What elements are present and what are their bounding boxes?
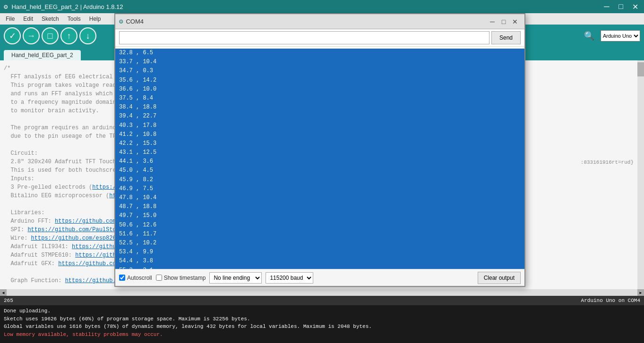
clear-output-button[interactable]: Clear output [478, 272, 521, 284]
serial-line: 45.0 , 4.5 [115, 166, 524, 175]
serial-input[interactable] [119, 31, 489, 44]
serial-line: 36.6 , 10.0 [115, 85, 524, 94]
serial-line: 43.1 , 12.5 [115, 148, 524, 157]
serial-line: 51.6 , 11.7 [115, 230, 524, 239]
serial-monitor-window: ⚙ COM4 ─ □ ✕ Send 32.8 , 6.5 33.7 , 10.4… [114, 13, 525, 287]
serial-line: 44.1 , 3.6 [115, 157, 524, 166]
serial-line: 39.4 , 22.7 [115, 112, 524, 121]
window-controls: ─ □ ✕ [601, 1, 640, 12]
save-button[interactable]: ↓ [79, 27, 96, 44]
serial-window-icon: ⚙ [119, 17, 123, 25]
open-button[interactable]: ↑ [60, 27, 77, 44]
serial-line: 41.2 , 10.8 [115, 130, 524, 139]
menu-tools[interactable]: Tools [64, 15, 85, 23]
serial-line: 54.4 , 3.8 [115, 257, 524, 266]
autoscroll-label[interactable]: Autoscroll [119, 275, 152, 281]
baud-rate-select[interactable]: 300 baud 1200 baud 2400 baud 4800 baud 9… [266, 272, 313, 284]
serial-line: 32.8 , 6.5 [115, 49, 524, 58]
serial-line: 48.7 , 18.8 [115, 202, 524, 211]
serial-line: 35.6 , 14.2 [115, 76, 524, 85]
board-dropdown[interactable]: Arduino Uno [601, 30, 640, 42]
upload-button[interactable]: → [23, 27, 40, 44]
horizontal-scrollbar[interactable]: ◀ ▶ [0, 289, 644, 296]
menu-file[interactable]: File [2, 15, 18, 23]
serial-send-bar: Send [115, 29, 524, 47]
search-icon[interactable]: 🔍 [582, 28, 597, 43]
serial-line: 34.7 , 0.3 [115, 67, 524, 75]
close-button[interactable]: ✕ [630, 1, 640, 12]
output-panel: Done uploading. Sketch uses 19626 bytes … [0, 305, 644, 343]
scroll-right-arrow[interactable]: ▶ [637, 289, 644, 296]
menu-sketch[interactable]: Sketch [38, 15, 63, 23]
serial-send-button[interactable]: Send [491, 31, 521, 44]
serial-line: 46.9 , 7.5 [115, 184, 524, 193]
serial-title-bar: ⚙ COM4 ─ □ ✕ [115, 14, 524, 29]
menu-edit[interactable]: Edit [19, 15, 37, 23]
serial-maximize-button[interactable]: □ [498, 16, 509, 27]
maximize-button[interactable]: □ [616, 1, 626, 12]
serial-status-bar: Autoscroll Show timestamp No line ending… [115, 269, 524, 286]
app-icon: ⚙ [4, 3, 8, 11]
serial-line: 38.4 , 18.8 [115, 103, 524, 112]
app-title: Hand_held_EEG_part_2 | Arduino 1.8.12 [11, 3, 123, 10]
output-line-2: Global variables use 1616 bytes (78%) of… [4, 323, 640, 331]
new-button[interactable]: □ [42, 27, 59, 44]
serial-line: 42.2 , 15.3 [115, 139, 524, 148]
serial-close-button[interactable]: ✕ [509, 16, 521, 27]
show-timestamp-checkbox[interactable] [156, 275, 162, 281]
line-col: 265 [4, 298, 13, 303]
output-line-3: Low memory available, stability problems… [4, 331, 640, 339]
minimize-button[interactable]: ─ [601, 1, 612, 12]
editor-scrollbar[interactable] [637, 60, 644, 289]
show-timestamp-label[interactable]: Show timestamp [156, 275, 206, 281]
serial-line: 53.4 , 9.9 [115, 248, 524, 257]
serial-line: 33.7 , 10.4 [115, 58, 524, 67]
autoscroll-text: Autoscroll [127, 275, 152, 281]
extra-text: :833161916rt=rud} [581, 159, 634, 165]
serial-line: 52.5 , 10.2 [115, 239, 524, 248]
serial-output[interactable]: 32.8 , 6.5 33.7 , 10.4 34.7 , 0.3 35.6 ,… [115, 47, 524, 269]
scroll-left-arrow[interactable]: ◀ [0, 289, 7, 296]
output-line-1: Sketch uses 19626 bytes (60%) of program… [4, 315, 640, 323]
serial-line: 45.9 , 8.2 [115, 176, 524, 184]
serial-title: COM4 [126, 18, 487, 25]
show-timestamp-text: Show timestamp [164, 275, 206, 281]
serial-line: 40.3 , 17.8 [115, 121, 524, 130]
autoscroll-checkbox[interactable] [119, 275, 125, 281]
done-uploading: Done uploading. [4, 307, 640, 315]
serial-line: 47.8 , 10.4 [115, 193, 524, 202]
tab-main[interactable]: Hand_held_EEG_part_2 [4, 50, 81, 60]
line-ending-select[interactable]: No line ending Newline Carriage return B… [209, 272, 262, 284]
editor-scrollbar-thumb[interactable] [637, 62, 644, 76]
title-bar: ⚙ Hand_held_EEG_part_2 | Arduino 1.8.12 … [0, 0, 644, 13]
serial-minimize-button[interactable]: ─ [487, 16, 498, 27]
scrollbar-track [7, 289, 637, 296]
menu-help[interactable]: Help [86, 15, 105, 23]
serial-line: 37.5 , 8.4 [115, 94, 524, 103]
serial-line: 50.6 , 12.6 [115, 221, 524, 230]
board-info: Arduino Uno on COM4 [581, 298, 640, 303]
status-bar: 265 Arduino Uno on COM4 [0, 296, 644, 305]
serial-line: 49.7 , 15.0 [115, 211, 524, 220]
verify-button[interactable]: ✓ [4, 27, 21, 44]
serial-line: 55.3 , 3.1 [115, 266, 524, 269]
